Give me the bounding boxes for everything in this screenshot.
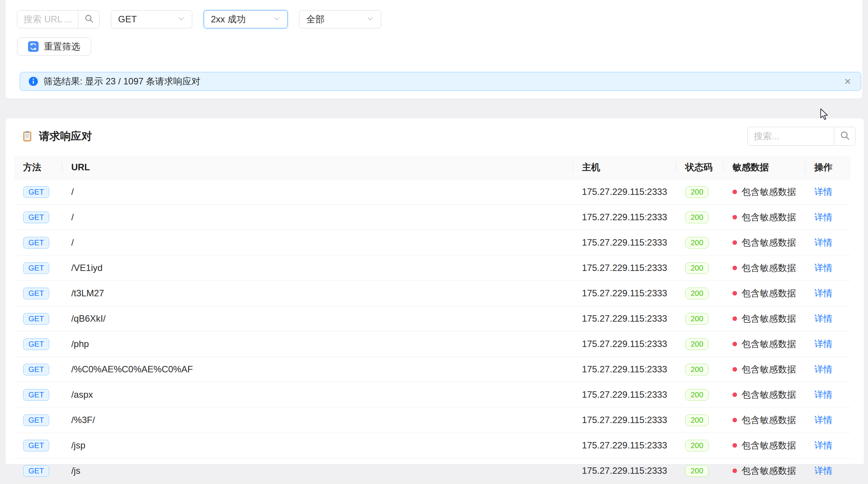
detail-link[interactable]: 详情 <box>814 313 832 324</box>
method-badge: GET <box>23 288 49 299</box>
detail-link[interactable]: 详情 <box>814 263 832 273</box>
sensitive-label: 包含敏感数据 <box>742 262 796 274</box>
panel-header: 请求响应对 <box>13 118 856 156</box>
host-text: 175.27.229.115:2333 <box>582 288 667 298</box>
sensitive-indicator: 包含敏感数据 <box>732 363 796 375</box>
detail-link[interactable]: 详情 <box>814 212 832 222</box>
detail-link[interactable]: 详情 <box>814 237 832 247</box>
host-text: 175.27.229.115:2333 <box>582 389 667 400</box>
red-dot-icon <box>732 240 737 245</box>
sensitive-indicator: 包含敏感数据 <box>732 186 796 198</box>
filter-row: GET 2xx 成功 全部 <box>17 10 856 28</box>
sensitive-label: 包含敏感数据 <box>742 465 796 477</box>
method-badge: GET <box>23 212 49 223</box>
reset-row: 重置筛选 <box>17 37 856 56</box>
host-text: 175.27.229.115:2333 <box>582 212 667 222</box>
table-search-button[interactable] <box>834 127 855 145</box>
sensitive-label: 包含敏感数据 <box>742 237 796 249</box>
sensitive-label: 包含敏感数据 <box>742 363 796 375</box>
status-badge: 200 <box>685 465 708 477</box>
column-header-host: 主机 <box>573 156 676 179</box>
url-text: /%C0%AE%C0%AE%C0%AF <box>71 364 193 374</box>
method-badge: GET <box>23 440 49 451</box>
sensitive-label: 包含敏感数据 <box>742 414 796 426</box>
url-search-input[interactable] <box>17 11 78 28</box>
status-badge: 200 <box>685 262 708 274</box>
status-badge: 200 <box>685 440 708 451</box>
url-text: /t3LM27 <box>71 288 104 298</box>
detail-link[interactable]: 详情 <box>814 339 832 349</box>
status-badge: 200 <box>685 338 708 350</box>
clipboard-icon <box>22 131 33 142</box>
detail-link[interactable]: 详情 <box>814 288 832 298</box>
host-text: 175.27.229.115:2333 <box>582 339 667 349</box>
url-search-group <box>17 10 100 28</box>
method-select[interactable]: GET <box>111 10 192 28</box>
method-badge: GET <box>23 414 49 426</box>
chevron-down-icon <box>273 14 281 25</box>
request-response-table: 方法 URL 主机 状态码 敏感数据 操作 GET / 175.27.229.1… <box>14 156 851 484</box>
host-text: 175.27.229.115:2333 <box>582 237 667 247</box>
table-search-group <box>747 127 856 146</box>
close-icon[interactable]: × <box>843 74 852 89</box>
red-dot-icon <box>732 392 737 397</box>
method-badge: GET <box>23 338 49 350</box>
status-badge: 200 <box>685 237 708 249</box>
url-text: /VE1iyd <box>71 263 103 273</box>
table-row: GET /VE1iyd 175.27.229.115:2333 200 包含敏感… <box>14 255 851 281</box>
panel-title: 请求响应对 <box>22 129 92 143</box>
host-text: 175.27.229.115:2333 <box>582 415 667 425</box>
info-icon <box>28 76 38 86</box>
sensitive-indicator: 包含敏感数据 <box>732 389 796 401</box>
sensitive-label: 包含敏感数据 <box>742 439 796 451</box>
filter-result-text: 筛选结果: 显示 23 / 1097 条请求响应对 <box>44 75 843 87</box>
table-row: GET /aspx 175.27.229.115:2333 200 包含敏感数据… <box>14 382 851 408</box>
host-text: 175.27.229.115:2333 <box>582 465 667 476</box>
sensitive-data-select[interactable]: 全部 <box>299 10 381 28</box>
table-row: GET /%3F/ 175.27.229.115:2333 200 包含敏感数据… <box>14 408 851 433</box>
red-dot-icon <box>732 342 737 346</box>
detail-link[interactable]: 详情 <box>814 465 832 476</box>
method-badge: GET <box>23 313 49 325</box>
column-header-method: 方法 <box>14 156 62 179</box>
red-dot-icon <box>732 316 737 321</box>
host-text: 175.27.229.115:2333 <box>582 313 667 324</box>
detail-link[interactable]: 详情 <box>814 389 832 400</box>
red-dot-icon <box>732 291 737 296</box>
url-text: /js <box>71 465 80 476</box>
red-dot-icon <box>732 266 737 270</box>
host-text: 175.27.229.115:2333 <box>582 263 667 273</box>
status-code-select[interactable]: 2xx 成功 <box>204 10 288 28</box>
column-header-action: 操作 <box>805 156 851 179</box>
red-dot-icon <box>732 443 737 448</box>
status-badge: 200 <box>685 389 708 401</box>
url-text: /qB6XkI/ <box>71 313 106 324</box>
sensitive-indicator: 包含敏感数据 <box>732 237 796 249</box>
chevron-down-icon <box>366 14 374 25</box>
table-row: GET /%C0%AE%C0%AE%C0%AF 175.27.229.115:2… <box>14 357 851 382</box>
table-row: GET /js 175.27.229.115:2333 200 包含敏感数据 详… <box>14 458 851 484</box>
status-badge: 200 <box>685 212 708 223</box>
detail-link[interactable]: 详情 <box>814 440 832 450</box>
url-search-button[interactable] <box>78 11 99 28</box>
red-dot-icon <box>732 190 737 194</box>
table-row: GET / 175.27.229.115:2333 200 包含敏感数据 详情 <box>14 230 851 255</box>
red-dot-icon <box>732 418 737 422</box>
detail-link[interactable]: 详情 <box>814 415 832 425</box>
red-dot-icon <box>732 367 737 372</box>
reset-filters-button[interactable]: 重置筛选 <box>17 37 91 56</box>
method-badge: GET <box>23 262 49 274</box>
detail-link[interactable]: 详情 <box>814 187 832 197</box>
filter-card: GET 2xx 成功 全部 <box>6 0 862 98</box>
method-badge: GET <box>23 237 49 249</box>
panel-title-text: 请求响应对 <box>39 129 92 143</box>
column-header-url: URL <box>62 156 573 179</box>
table-search-input[interactable] <box>748 127 834 145</box>
sensitive-indicator: 包含敏感数据 <box>732 313 796 325</box>
search-icon <box>840 130 850 142</box>
sensitive-indicator: 包含敏感数据 <box>732 287 796 299</box>
table-row: GET /qB6XkI/ 175.27.229.115:2333 200 包含敏… <box>14 306 851 331</box>
sensitive-label: 包含敏感数据 <box>742 389 796 401</box>
detail-link[interactable]: 详情 <box>814 364 832 374</box>
method-badge: GET <box>23 186 49 198</box>
